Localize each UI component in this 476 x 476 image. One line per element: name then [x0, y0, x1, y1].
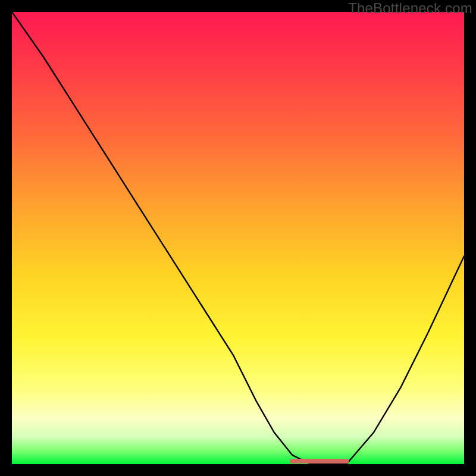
chart-background-gradient	[12, 12, 464, 464]
chart-frame	[12, 12, 464, 464]
